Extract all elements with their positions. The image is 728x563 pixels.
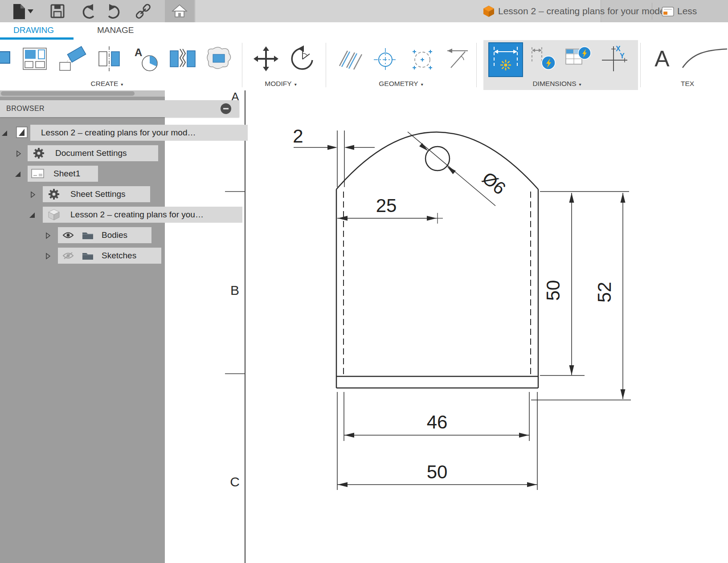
browser-scrollbar[interactable] bbox=[0, 90, 165, 97]
home-icon bbox=[172, 4, 188, 19]
ordinate-dimension-icon[interactable] bbox=[564, 45, 593, 73]
rotate-icon[interactable] bbox=[288, 45, 316, 73]
component-cube-icon bbox=[48, 209, 60, 220]
gear-icon bbox=[33, 147, 45, 159]
section-view-icon[interactable] bbox=[95, 45, 124, 73]
zone-label-b: B bbox=[230, 283, 239, 298]
scrollbar-thumb[interactable] bbox=[1, 91, 135, 96]
link-icon bbox=[134, 2, 152, 20]
dimensions-group-label[interactable]: DIMENSIONS▾ bbox=[492, 78, 622, 89]
dimension-tool-selected[interactable] bbox=[488, 42, 523, 77]
dimensions-label-text: DIMENSIONS bbox=[532, 80, 576, 87]
sheet-icon bbox=[31, 169, 45, 179]
undo-icon bbox=[78, 3, 96, 19]
second-tab-title[interactable]: Less bbox=[677, 0, 697, 22]
redo-button[interactable] bbox=[105, 0, 125, 22]
save-button[interactable] bbox=[48, 0, 67, 22]
group-separator bbox=[640, 43, 641, 87]
tree-item-label: Lesson 2 – creating plans for you… bbox=[70, 210, 204, 220]
document-tab-title: Lesson 2 – creating plans for your model bbox=[498, 0, 667, 22]
move-icon[interactable] bbox=[252, 45, 280, 73]
drawing-views-icon[interactable] bbox=[20, 45, 49, 73]
baseline-dimension-icon[interactable] bbox=[528, 45, 557, 73]
collapse-toggle-icon[interactable] bbox=[45, 232, 52, 239]
tree-row-component[interactable]: Lesson 2 – creating plans for you… bbox=[0, 206, 241, 224]
second-tab-icon[interactable] bbox=[661, 6, 675, 17]
tree-row-sketches[interactable]: Sketches bbox=[0, 247, 241, 265]
geometry-group-label[interactable]: GEOMETRY▾ bbox=[352, 78, 450, 89]
projected-view-icon[interactable] bbox=[58, 45, 86, 73]
caret-icon: ▾ bbox=[579, 82, 581, 87]
text-tool-icon[interactable]: A bbox=[650, 45, 675, 73]
create-group-label[interactable]: CREATE▾ bbox=[27, 78, 187, 89]
drawing-canvas[interactable]: A B C bbox=[165, 90, 728, 563]
create-label-text: CREATE bbox=[91, 80, 119, 87]
document-tab[interactable]: Lesson 2 – creating plans for your model… bbox=[195, 0, 601, 22]
expand-toggle-icon[interactable] bbox=[1, 130, 8, 137]
hidden-edges bbox=[344, 192, 531, 376]
tree-row-root[interactable]: Lesson 2 – creating plans for your mod… bbox=[0, 124, 241, 142]
tree-item-label: Bodies bbox=[102, 230, 127, 240]
tree-row-bodies[interactable]: Bodies bbox=[0, 227, 241, 245]
visibility-off-icon[interactable] bbox=[62, 252, 74, 260]
collapse-toggle-icon[interactable] bbox=[15, 150, 22, 157]
titlebar-separator bbox=[652, 3, 652, 20]
ribbon-tab-manage[interactable]: MANAGE bbox=[97, 22, 134, 38]
expand-toggle-icon[interactable] bbox=[14, 171, 21, 178]
group-separator bbox=[476, 43, 477, 87]
coordinate-dimension-icon[interactable]: X Y bbox=[600, 44, 630, 74]
detail-view-letter: A bbox=[135, 46, 142, 58]
collapse-toggle-icon[interactable] bbox=[29, 191, 37, 198]
expand-toggle-icon[interactable] bbox=[29, 212, 36, 219]
tree-item-label: Sketches bbox=[102, 251, 136, 261]
dimension-gap-2[interactable]: 2 bbox=[293, 126, 303, 147]
tree-item-label: Sheet Settings bbox=[70, 189, 126, 199]
crop-view-icon[interactable] bbox=[205, 45, 233, 73]
home-button[interactable] bbox=[165, 0, 194, 22]
undo-button[interactable] bbox=[78, 0, 97, 22]
coord-x-letter: X bbox=[616, 45, 621, 53]
part-outline bbox=[336, 132, 538, 388]
ribbon: DRAWING MANAGE A bbox=[0, 22, 728, 91]
zone-label-c: C bbox=[230, 474, 240, 489]
coord-y-letter: Y bbox=[620, 52, 625, 60]
parallel-lines-icon[interactable] bbox=[335, 45, 364, 73]
text-label-text: TEX bbox=[681, 80, 694, 87]
new-document-button[interactable] bbox=[8, 0, 36, 22]
caret-icon: ▾ bbox=[294, 82, 297, 87]
caret-icon: ▾ bbox=[121, 82, 123, 87]
tree-row-sheet1[interactable]: Sheet1 bbox=[0, 165, 241, 183]
save-icon bbox=[49, 3, 66, 20]
dimension-diameter-6[interactable]: Ø6 bbox=[479, 168, 509, 198]
tree-item-label: Lesson 2 – creating plans for your mod… bbox=[41, 128, 196, 138]
dimension-width-50[interactable]: 50 bbox=[427, 461, 448, 482]
link-button[interactable] bbox=[133, 0, 153, 22]
center-mark-icon[interactable] bbox=[371, 45, 400, 73]
tree-row-sheet-settings[interactable]: Sheet Settings bbox=[0, 186, 241, 204]
dimension-offset-25[interactable]: 25 bbox=[376, 195, 397, 216]
redo-icon bbox=[106, 3, 124, 19]
centerline-pattern-icon[interactable] bbox=[408, 45, 437, 73]
browser-header: BROWSER bbox=[0, 100, 239, 117]
leader-text-icon[interactable] bbox=[679, 45, 728, 73]
modify-group-label[interactable]: MODIFY▾ bbox=[236, 78, 325, 89]
fusion-cube-icon bbox=[483, 5, 495, 17]
geometry-label-text: GEOMETRY bbox=[379, 80, 418, 87]
text-group-label[interactable]: TEX bbox=[681, 78, 728, 89]
break-view-icon[interactable] bbox=[168, 45, 197, 73]
visibility-on-icon[interactable] bbox=[62, 231, 74, 239]
new-document-icon bbox=[9, 2, 35, 20]
ribbon-tab-drawing[interactable]: DRAWING bbox=[13, 22, 54, 38]
base-view-icon[interactable] bbox=[0, 48, 12, 66]
drawing-document-icon bbox=[16, 126, 28, 139]
browser-collapse-button[interactable] bbox=[220, 103, 232, 114]
folder-icon bbox=[82, 252, 94, 260]
detail-view-icon[interactable]: A bbox=[132, 45, 160, 73]
tree-row-document-settings[interactable]: Document Settings bbox=[0, 145, 241, 163]
dimension-height-52[interactable]: 52 bbox=[594, 282, 615, 303]
collapse-toggle-icon[interactable] bbox=[45, 253, 52, 260]
edge-extension-icon[interactable] bbox=[445, 45, 473, 73]
dimension-height-50[interactable]: 50 bbox=[543, 280, 564, 301]
dimension-width-46[interactable]: 46 bbox=[427, 412, 448, 432]
active-tab-underline bbox=[0, 37, 74, 40]
